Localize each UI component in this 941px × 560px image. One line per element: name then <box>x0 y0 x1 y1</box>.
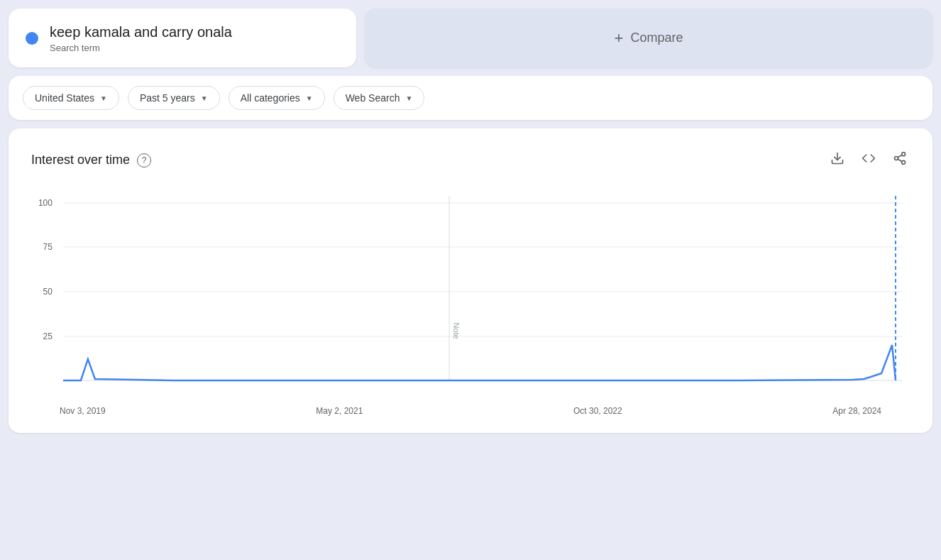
search-term-text: keep kamala and carry onala <box>50 23 232 41</box>
x-axis-labels: Nov 3, 2019 May 2, 2021 Oct 30, 2022 Apr… <box>31 402 910 416</box>
svg-text:50: 50 <box>43 287 53 297</box>
svg-text:Note: Note <box>452 322 461 339</box>
embed-code-icon[interactable] <box>859 148 879 172</box>
compare-card[interactable]: + Compare <box>365 9 932 67</box>
filter-row: United States ▼ Past 5 years ▼ All categ… <box>9 76 932 120</box>
search-label: Search term <box>50 43 232 53</box>
search-dot <box>26 32 38 45</box>
search-term-card: keep kamala and carry onala Search term <box>9 9 356 67</box>
x-label-3: Oct 30, 2022 <box>573 406 622 416</box>
search-type-filter-button[interactable]: Web Search ▼ <box>334 86 425 110</box>
download-icon[interactable] <box>827 148 847 172</box>
chart-svg: 100 75 50 25 Note <box>31 189 910 402</box>
svg-text:75: 75 <box>43 242 53 252</box>
time-chevron-icon: ▼ <box>201 94 208 102</box>
region-chevron-icon: ▼ <box>100 94 107 102</box>
help-icon[interactable]: ? <box>137 153 151 168</box>
svg-text:100: 100 <box>38 198 53 208</box>
compare-inner: + Compare <box>615 29 683 48</box>
search-type-chevron-icon: ▼ <box>405 94 412 102</box>
x-label-4: Apr 28, 2024 <box>832 406 881 416</box>
compare-plus-icon: + <box>615 29 624 48</box>
region-filter-label: United States <box>35 92 94 104</box>
card-title-row: Interest over time ? <box>31 153 151 168</box>
help-icon-label: ? <box>142 155 147 165</box>
share-icon[interactable] <box>890 148 910 172</box>
category-filter-button[interactable]: All categories ▼ <box>229 86 325 110</box>
interest-over-time-card: Interest over time ? <box>9 128 932 433</box>
category-filter-label: All categories <box>241 92 300 104</box>
chart-area: 100 75 50 25 Note <box>31 189 910 402</box>
x-label-2: May 2, 2021 <box>316 406 363 416</box>
svg-text:25: 25 <box>43 331 53 341</box>
compare-label: Compare <box>630 31 683 45</box>
search-text-block: keep kamala and carry onala Search term <box>50 23 232 53</box>
svg-line-4 <box>898 159 902 161</box>
time-filter-button[interactable]: Past 5 years ▼ <box>128 86 220 110</box>
card-actions <box>827 148 910 172</box>
category-chevron-icon: ▼ <box>306 94 313 102</box>
search-type-filter-label: Web Search <box>346 92 400 104</box>
region-filter-button[interactable]: United States ▼ <box>23 86 119 110</box>
card-header: Interest over time ? <box>31 148 910 172</box>
card-title: Interest over time <box>31 153 130 168</box>
time-filter-label: Past 5 years <box>140 92 195 104</box>
svg-line-5 <box>898 155 902 157</box>
x-label-1: Nov 3, 2019 <box>60 406 106 416</box>
